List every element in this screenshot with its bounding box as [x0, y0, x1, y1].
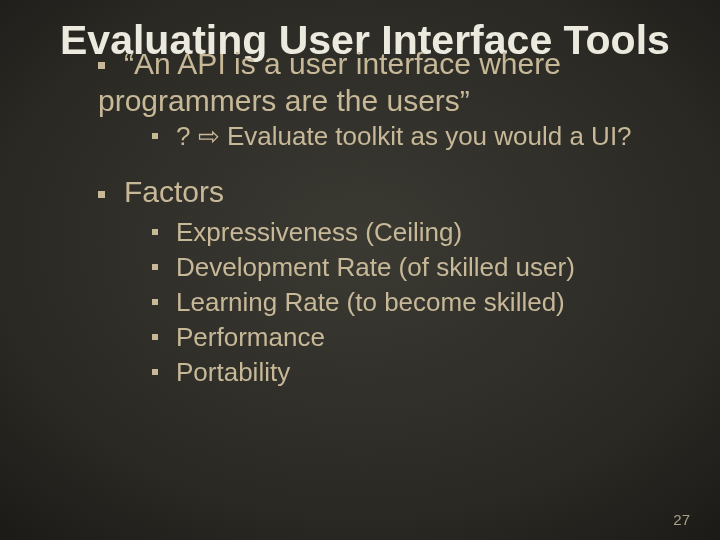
bullet-api-quote: “An API is a user interface where progra…	[98, 46, 686, 154]
factor-expressiveness: Expressiveness (Ceiling)	[152, 215, 686, 250]
factor-performance: Performance	[152, 320, 686, 355]
bullet-api-sublist: ? ⇨ Evaluate toolkit as you would a UI?	[152, 119, 686, 154]
bullet-factors-label: Factors	[124, 175, 224, 208]
factor-performance-text: Performance	[176, 322, 325, 352]
bullet-list-level1: “An API is a user interface where progra…	[98, 46, 686, 390]
bullet-factors: Factors Expressiveness (Ceiling) Develop…	[98, 174, 686, 390]
bullet-api-quote-line1: “An API is a user interface where	[124, 47, 561, 80]
page-number: 27	[673, 511, 690, 528]
factor-learning-rate: Learning Rate (to become skilled)	[152, 285, 686, 320]
bullet-evaluate-toolkit-text: ? ⇨ Evaluate toolkit as you would a UI?	[176, 121, 632, 151]
factor-portability: Portability	[152, 355, 686, 390]
factors-list: Expressiveness (Ceiling) Development Rat…	[152, 215, 686, 390]
factor-development-rate: Development Rate (of skilled user)	[152, 250, 686, 285]
bullet-evaluate-toolkit: ? ⇨ Evaluate toolkit as you would a UI?	[152, 119, 686, 154]
bullet-api-quote-line2: programmers are the users”	[98, 83, 470, 120]
factor-expressiveness-text: Expressiveness (Ceiling)	[176, 217, 462, 247]
factor-learning-rate-text: Learning Rate (to become skilled)	[176, 287, 565, 317]
factor-portability-text: Portability	[176, 357, 290, 387]
slide-content: “An API is a user interface where progra…	[98, 46, 686, 390]
factor-development-rate-text: Development Rate (of skilled user)	[176, 252, 575, 282]
slide: Evaluating User Interface Tools “An API …	[0, 0, 720, 540]
